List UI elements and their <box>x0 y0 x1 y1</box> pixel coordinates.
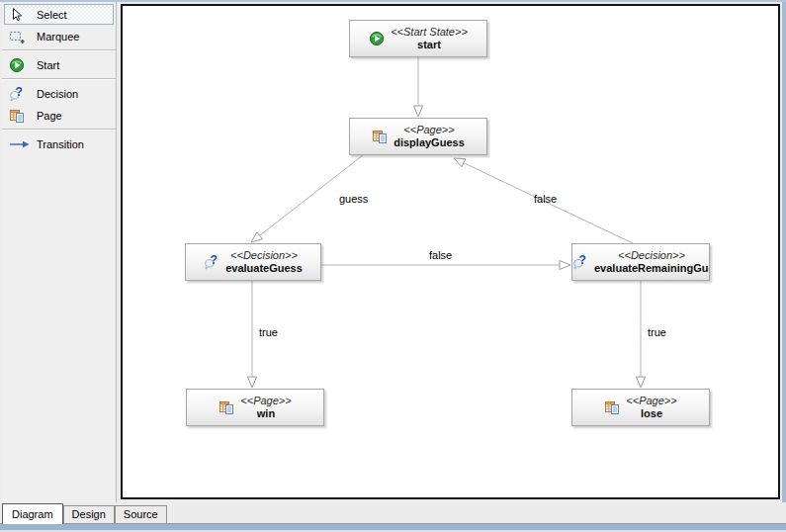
node-stereotype: <<Decision>> <box>618 249 685 262</box>
node-name: displayGuess <box>393 136 465 149</box>
node-text: <<Decision>>evaluateGuess <box>225 249 303 275</box>
window-frame-top <box>0 0 786 2</box>
node-displayGuess[interactable]: <<Page>>displayGuess <box>349 118 487 155</box>
palette-item-label: Decision <box>37 88 78 100</box>
transition-label-false[interactable]: false <box>429 249 452 261</box>
start-icon <box>369 31 386 46</box>
transition-edge-evaluateRemainingGuesses-to-lose[interactable] <box>637 281 646 388</box>
diagram-canvas[interactable]: <<Start State>>start<<Page>>displayGuess… <box>121 4 780 499</box>
page-icon <box>604 399 621 415</box>
window-frame-right <box>782 2 786 524</box>
node-stereotype: <<Page>> <box>240 395 291 407</box>
editor-tab-bar: DiagramDesignSource <box>0 502 786 524</box>
node-text: <<Page>>win <box>240 395 291 420</box>
svg-text:?: ? <box>16 86 23 99</box>
palette-separator <box>2 49 116 51</box>
node-name: lose <box>641 407 662 420</box>
node-evaluateGuess[interactable]: ?<<Decision>>evaluateGuess <box>185 243 321 281</box>
transition-icon <box>9 136 31 152</box>
transition-edge-start-to-displayGuess[interactable] <box>414 57 423 117</box>
page-icon <box>372 129 389 144</box>
decision-icon: ? <box>9 86 31 102</box>
tool-palette: SelectMarqueeStart?DecisionPageTransitio… <box>2 2 117 502</box>
palette-item-page[interactable]: Page <box>4 105 114 126</box>
decision-icon: ? <box>572 254 589 270</box>
node-stereotype: <<Page>> <box>403 124 454 136</box>
transition-edge-evaluateGuess-to-evaluateRemainingGuesses[interactable] <box>321 261 570 270</box>
node-stereotype: <<Page>> <box>626 395 676 407</box>
transition-edge-evaluateGuess-to-win[interactable] <box>248 281 257 388</box>
svg-text:?: ? <box>211 254 218 267</box>
palette-item-label: Select <box>37 9 67 21</box>
node-name: evaluateRemainingGuesses <box>594 262 709 275</box>
decision-icon: ? <box>204 254 220 270</box>
svg-text:?: ? <box>579 254 586 267</box>
node-name: start <box>417 39 441 51</box>
node-win[interactable]: <<Page>>win <box>186 389 324 426</box>
palette-item-transition[interactable]: Transition <box>4 133 114 154</box>
transition-label-true[interactable]: true <box>648 326 666 338</box>
palette-item-start[interactable]: Start <box>4 54 114 75</box>
palette-item-decision[interactable]: ?Decision <box>4 83 114 104</box>
transition-label-guess[interactable]: guess <box>339 193 368 205</box>
palette-item-label: Page <box>37 110 62 122</box>
transition-label-false[interactable]: false <box>534 193 557 205</box>
palette-item-label: Start <box>37 59 59 71</box>
node-name: evaluateGuess <box>225 262 303 275</box>
transition-label-true[interactable]: true <box>259 326 278 338</box>
node-text: <<Decision>>evaluateRemainingGuesses <box>594 249 709 275</box>
page-icon <box>218 399 235 415</box>
tab-source[interactable]: Source <box>115 505 167 523</box>
node-name: win <box>257 407 275 420</box>
cursor-icon <box>9 7 31 23</box>
palette-separator <box>2 78 116 80</box>
start-icon <box>9 57 31 73</box>
palette-item-select[interactable]: Select <box>4 4 114 25</box>
node-text: <<Page>>lose <box>626 395 676 420</box>
palette-item-label: Marquee <box>37 31 79 43</box>
palette-separator <box>2 129 116 131</box>
palette-item-label: Transition <box>37 138 84 150</box>
node-start[interactable]: <<Start State>>start <box>349 20 487 57</box>
tab-diagram[interactable]: Diagram <box>2 503 63 524</box>
palette-item-marquee[interactable]: Marquee <box>4 26 114 46</box>
node-stereotype: <<Decision>> <box>230 249 298 262</box>
tab-design[interactable]: Design <box>63 505 115 523</box>
node-lose[interactable]: <<Page>>lose <box>571 389 710 426</box>
node-stereotype: <<Start State>> <box>391 26 468 39</box>
node-evaluateRemainingGuesses[interactable]: ?<<Decision>>evaluateRemainingGuesses <box>571 243 710 281</box>
node-text: <<Page>>displayGuess <box>393 124 465 149</box>
marquee-icon <box>9 29 31 44</box>
node-text: <<Start State>>start <box>391 26 468 51</box>
page-icon <box>9 108 31 124</box>
